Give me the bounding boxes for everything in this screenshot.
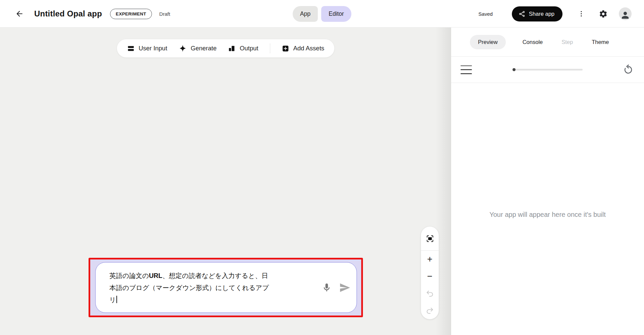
slider-track <box>513 69 583 70</box>
editor-toggle-button[interactable]: Editor <box>321 6 352 22</box>
toolbar-generate-button[interactable]: Generate <box>179 44 217 52</box>
share-button-label: Share app <box>529 11 554 17</box>
canvas-zoom-toolbar: + − <box>421 227 439 319</box>
mic-icon <box>322 283 332 293</box>
panel-tabs: Preview Console Step Theme <box>451 28 644 56</box>
gear-icon <box>599 9 608 18</box>
prompt-line2: 本語のブログ（マークダウン形式）にしてくれるアプ <box>109 284 269 291</box>
send-icon <box>339 282 351 293</box>
kebab-menu-icon <box>578 9 585 18</box>
mic-button[interactable] <box>322 283 332 293</box>
tab-theme[interactable]: Theme <box>590 35 611 49</box>
undo-icon <box>426 289 434 298</box>
toolbar-user-input-button[interactable]: User Input <box>127 45 167 52</box>
tab-preview[interactable]: Preview <box>470 35 506 49</box>
sparkle-icon <box>179 44 187 52</box>
toolbar-item-label: Generate <box>191 45 217 52</box>
tab-step: Step <box>559 35 575 49</box>
prompt-line3: リ <box>109 296 116 303</box>
preview-panel: Preview Console Step Theme Your app will… <box>451 28 644 335</box>
prompt-highlight-box: 英語の論文のURL、想定の読者などを入力すると、日 本語のブログ（マークダウン形… <box>89 258 363 317</box>
page-title: Untitled Opal app <box>34 9 102 18</box>
reset-icon <box>623 64 634 76</box>
prompt-text-input[interactable]: 英語の論文のURL、想定の読者などを入力すると、日 本語のブログ（マークダウン形… <box>109 270 319 306</box>
preview-controls-row <box>451 56 644 83</box>
tab-console[interactable]: Console <box>521 35 545 49</box>
settings-button[interactable] <box>598 9 608 19</box>
share-app-button[interactable]: Share app <box>512 6 562 21</box>
fit-to-screen-button[interactable] <box>421 227 439 250</box>
toolbar-output-button[interactable]: Output <box>228 45 259 52</box>
prompt-line1: 英語の論文の <box>109 272 149 279</box>
reset-preview-button[interactable] <box>622 63 635 76</box>
app-toggle-button[interactable]: App <box>293 6 318 22</box>
add-box-icon <box>281 45 289 52</box>
redo-icon <box>426 306 434 315</box>
back-arrow-icon <box>15 9 24 18</box>
prompt-actions <box>322 282 351 293</box>
toolbar-item-label: Add Assets <box>293 45 324 52</box>
draft-status: Draft <box>159 11 170 17</box>
send-button[interactable] <box>339 282 351 293</box>
toolbar-item-label: User Input <box>139 45 167 52</box>
toolbar-item-label: Output <box>240 45 259 52</box>
share-icon <box>519 10 526 17</box>
zoom-in-button[interactable]: + <box>421 251 439 268</box>
menu-icon <box>461 65 472 66</box>
more-options-button[interactable] <box>577 9 585 18</box>
prompt-input-box[interactable]: 英語の論文のURL、想定の読者などを入力すると、日 本語のブログ（マークダウン形… <box>95 262 357 313</box>
prompt-line1-bold: URL <box>149 272 162 279</box>
fit-to-screen-icon <box>426 234 434 243</box>
account-avatar[interactable] <box>619 7 632 20</box>
preview-empty-message: Your app will appear here once it's buil… <box>451 211 644 219</box>
top-bar: Untitled Opal app EXPERIMENT Draft App E… <box>0 0 644 28</box>
saved-status: Saved <box>478 11 493 17</box>
slider-thumb[interactable] <box>513 68 516 71</box>
input-rows-icon <box>127 45 135 52</box>
menu-button[interactable] <box>461 65 472 74</box>
undo-button[interactable] <box>421 285 439 302</box>
text-cursor <box>116 296 117 303</box>
view-toggle: App Editor <box>293 6 352 22</box>
redo-button[interactable] <box>421 302 439 319</box>
toolbar-add-assets-button[interactable]: Add Assets <box>281 45 324 52</box>
avatar-person-icon <box>620 10 630 20</box>
zoom-out-button[interactable]: − <box>421 268 439 285</box>
prompt-line1-rest: 、想定の読者などを入力すると、日 <box>162 272 268 279</box>
bar-chart-icon <box>228 45 236 52</box>
back-button[interactable] <box>13 7 26 20</box>
toolbar-divider <box>270 43 270 53</box>
top-bar-right: Saved Share app <box>478 0 632 28</box>
progress-slider[interactable] <box>513 67 583 72</box>
editor-canvas[interactable]: User Input Generate Output Add Assets <box>0 28 451 335</box>
node-toolbar: User Input Generate Output Add Assets <box>117 39 334 57</box>
experiment-badge: EXPERIMENT <box>110 9 152 19</box>
top-bar-left: Untitled Opal app EXPERIMENT Draft <box>13 0 170 28</box>
